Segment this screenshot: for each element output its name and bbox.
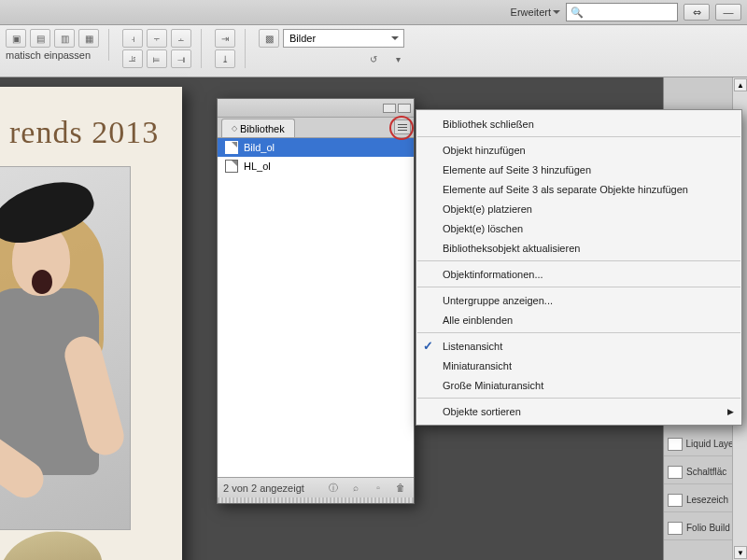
menu-item[interactable]: Objekt hinzufügen: [416, 140, 741, 160]
workspace-switcher[interactable]: Erweitert: [507, 3, 560, 21]
annotation-circle: [389, 116, 414, 140]
scroll-down-icon[interactable]: ▼: [734, 546, 747, 559]
distribute-group: ⇥ ⤓: [215, 29, 246, 68]
menu-item[interactable]: Bibliotheksobjekt aktualisieren: [416, 238, 741, 258]
dock-label: Liquid Laye: [686, 439, 732, 449]
align-bottom-icon[interactable]: ⫣: [171, 49, 191, 68]
panel-icon: [668, 438, 683, 451]
document-viewport: rends 2013: [0, 77, 210, 560]
dock-label: Schaltfläc: [686, 467, 726, 477]
minimize-button[interactable]: —: [715, 4, 741, 21]
close-icon[interactable]: [398, 104, 411, 113]
menu-item-label: Elemente auf Seite 3 als separate Objekt…: [443, 184, 688, 195]
panel-menu-button[interactable]: [394, 119, 411, 134]
library-item-label: HL_ol: [244, 161, 271, 172]
library-item[interactable]: Bild_ol: [218, 138, 414, 157]
menu-item-label: Objekte sortieren: [443, 406, 521, 417]
new-item-icon[interactable]: ▫: [371, 482, 386, 495]
align-group: ⫞ ⫟ ⫠ ⫡ ⫢ ⫣: [122, 29, 202, 68]
menu-item-label: Untergruppe anzeigen...: [443, 295, 553, 306]
menu-item[interactable]: Objekt(e) platzieren: [416, 199, 741, 218]
object-style-combo[interactable]: Bilder: [283, 29, 404, 48]
resize-grip[interactable]: [218, 497, 414, 503]
menu-item-label: Listenansicht: [443, 341, 502, 352]
menu-item[interactable]: Elemente auf Seite 3 hinzufügen: [416, 160, 741, 179]
tab-bibliothek[interactable]: ◇ Bibliothek: [221, 119, 295, 137]
menu-item-label: Miniaturansicht: [443, 360, 512, 371]
align-right-icon[interactable]: ⫠: [171, 29, 191, 48]
align-left-icon[interactable]: ⫞: [122, 29, 143, 48]
menu-item[interactable]: Elemente auf Seite 3 als separate Objekt…: [416, 179, 741, 199]
menu-item[interactable]: Miniaturansicht: [416, 356, 741, 375]
clear-overrides-icon[interactable]: ↺: [363, 49, 384, 68]
submenu-arrow-icon: ▶: [727, 407, 734, 416]
search-icon: 🔍: [571, 7, 584, 19]
menu-item-label: Große Miniaturansicht: [443, 380, 543, 391]
menu-item-label: Objekt(e) löschen: [443, 223, 523, 234]
menu-item-label: Alle einblenden: [443, 315, 513, 326]
window-arrows-icon[interactable]: ⇔: [684, 4, 710, 21]
library-list[interactable]: Bild_olHL_ol: [218, 138, 414, 477]
dock-panel-tab[interactable]: Folio Build: [664, 516, 732, 540]
control-toolbar: ▣ ▤ ▥ ▦ matisch einpassen ⫞ ⫟ ⫠ ⫡ ⫢ ⫣ ⇥ …: [0, 25, 747, 77]
align-middle-icon[interactable]: ⫢: [147, 49, 167, 68]
menu-separator: [417, 287, 740, 287]
menu-item[interactable]: Objektinformationen...: [416, 264, 741, 284]
dock-panel-tab[interactable]: Lesezeich: [664, 488, 732, 512]
object-style-group: ▩ Bilder ↺ ▾: [259, 29, 417, 68]
trash-icon[interactable]: 🗑: [393, 482, 408, 495]
menu-separator: [417, 260, 740, 261]
menu-item-label: Objekt(e) platzieren: [443, 203, 532, 215]
menu-item-label: Bibliotheksobjekt aktualisieren: [443, 243, 580, 254]
panel-tabrow: ◇ Bibliothek: [218, 118, 414, 138]
distribute-h-icon[interactable]: ⇥: [215, 29, 235, 48]
panel-icon: [668, 522, 683, 535]
snippet-icon: [225, 141, 238, 154]
dock-label: Folio Build: [686, 523, 730, 533]
menu-item-label: Objekt hinzufügen: [443, 145, 526, 156]
library-item-label: Bild_ol: [244, 142, 275, 153]
menu-separator: [417, 136, 740, 137]
dock-label: Lesezeich: [686, 495, 728, 505]
menu-item[interactable]: Objekte sortieren▶: [416, 401, 741, 421]
dock-panel-tab[interactable]: Liquid Laye: [664, 432, 732, 456]
placed-image[interactable]: [0, 166, 131, 530]
menu-item-label: Bibliothek schließen: [443, 119, 534, 130]
collapse-icon[interactable]: [383, 104, 396, 113]
panel-titlebar[interactable]: [218, 99, 414, 118]
menu-item[interactable]: Alle einblenden: [416, 310, 741, 329]
combo-value: Bilder: [289, 33, 316, 44]
search-field[interactable]: 🔍: [566, 3, 678, 21]
menu-item[interactable]: Objekt(e) löschen: [416, 218, 741, 238]
fit-content-icon[interactable]: ▣: [6, 29, 26, 48]
search-subset-icon[interactable]: ⌕: [348, 482, 363, 495]
status-text: 2 von 2 angezeigt: [223, 483, 318, 494]
distribute-v-icon[interactable]: ⤓: [215, 49, 235, 68]
menu-item[interactable]: ✓Listenansicht: [416, 336, 741, 356]
style-options-icon[interactable]: ▾: [388, 49, 408, 68]
menu-item[interactable]: Große Miniaturansicht: [416, 375, 741, 395]
library-item[interactable]: HL_ol: [218, 157, 414, 175]
align-top-icon[interactable]: ⫡: [122, 49, 143, 68]
panel-flyout-menu: Bibliothek schließenObjekt hinzufügenEle…: [416, 109, 742, 426]
fit-label: matisch einpassen: [6, 49, 99, 61]
menu-item[interactable]: Untergruppe anzeigen...: [416, 290, 741, 310]
menu-item[interactable]: Bibliothek schließen: [416, 114, 741, 133]
app-bar: Erweitert 🔍 ⇔ —: [0, 0, 747, 25]
menu-item-label: Objektinformationen...: [443, 269, 543, 280]
sort-icon: ◇: [232, 124, 237, 133]
object-style-icon[interactable]: ▩: [259, 29, 279, 48]
snippet-icon: [225, 160, 238, 173]
fill-frame-icon[interactable]: ▤: [30, 29, 50, 48]
panel-footer: 2 von 2 angezeigt ⓘ ⌕ ▫ 🗑: [218, 477, 414, 497]
center-content-icon[interactable]: ▦: [78, 29, 99, 48]
menu-separator: [417, 398, 740, 399]
align-center-icon[interactable]: ⫟: [147, 29, 167, 48]
panel-icon: [668, 494, 683, 507]
scroll-up-icon[interactable]: ▲: [734, 78, 747, 91]
fit-frame-icon[interactable]: ▥: [54, 29, 75, 48]
page[interactable]: rends 2013: [0, 87, 182, 560]
page-headline: rends 2013: [9, 115, 173, 150]
dock-panel-tab[interactable]: Schaltfläc: [664, 460, 732, 484]
info-icon[interactable]: ⓘ: [326, 482, 341, 495]
